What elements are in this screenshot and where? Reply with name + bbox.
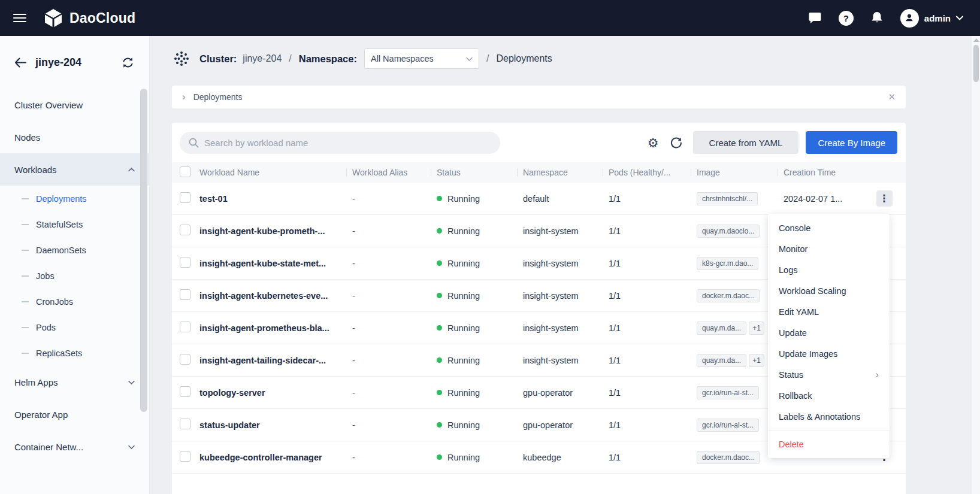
column-creation-time: Creation Time: [778, 168, 863, 177]
page-title: Deployments: [496, 53, 552, 64]
search-input[interactable]: [204, 138, 492, 148]
create-by-image-button[interactable]: Create By Image: [806, 131, 897, 154]
chat-icon[interactable]: [807, 11, 822, 25]
sidebar-item-helm-apps[interactable]: Helm Apps: [0, 366, 149, 398]
create-from-yaml-button[interactable]: Create from YAML: [693, 131, 799, 154]
menu-item-delete[interactable]: Delete: [768, 434, 890, 454]
menu-item-update[interactable]: Update: [768, 322, 890, 343]
row-checkbox[interactable]: [180, 192, 190, 203]
workload-status: Running: [437, 291, 523, 301]
workload-alias: -: [352, 356, 437, 365]
chevron-down-icon: [128, 380, 135, 384]
select-all-checkbox[interactable]: [180, 166, 190, 177]
topbar: DaoCloud ? admin: [0, 0, 980, 36]
menu-item-console[interactable]: Console: [768, 217, 890, 238]
menu-item-workload-scaling[interactable]: Workload Scaling: [768, 280, 890, 301]
cluster-label: Cluster:: [199, 53, 237, 65]
cluster-header: Cluster: jinye-204 / Namespace: All Name…: [150, 36, 980, 81]
status-text: Running: [447, 291, 480, 301]
menu-item-monitor[interactable]: Monitor: [768, 238, 890, 259]
sidebar-item-cluster-overview[interactable]: Cluster Overview: [0, 89, 149, 121]
image-tag: quay.m.da...: [697, 322, 746, 335]
workload-alias: -: [352, 194, 437, 204]
separator: /: [486, 53, 489, 64]
scrollbar-thumb[interactable]: [973, 45, 979, 82]
user-menu[interactable]: admin: [900, 9, 963, 28]
scrollbar-up-arrow[interactable]: [973, 38, 979, 42]
sidebar-item-operator-app[interactable]: Operator App: [0, 398, 149, 431]
sidebar-item-jobs[interactable]: Jobs: [0, 263, 149, 289]
hamburger-menu-icon[interactable]: [13, 14, 26, 22]
workload-pods: 1/1: [609, 323, 697, 333]
row-checkbox[interactable]: [180, 419, 190, 429]
row-checkbox[interactable]: [180, 386, 190, 397]
sidebar-item-daemonsets[interactable]: DaemonSets: [0, 237, 149, 263]
status-dot-icon: [437, 293, 442, 298]
workload-status: Running: [437, 226, 523, 236]
chevron-right-icon[interactable]: ›: [182, 91, 186, 103]
search-box: [180, 132, 500, 154]
chevron-down-icon: [466, 57, 473, 61]
menu-item-update-images[interactable]: Update Images: [768, 343, 890, 364]
switch-cluster-icon[interactable]: [121, 57, 135, 68]
workload-name-link[interactable]: status-updater: [199, 420, 352, 430]
row-checkbox[interactable]: [180, 354, 190, 365]
sidebar-item-deployments[interactable]: Deployments: [0, 186, 149, 211]
workload-pods: 1/1: [609, 356, 697, 365]
row-checkbox[interactable]: [180, 322, 190, 332]
workload-name-link[interactable]: topology-server: [199, 388, 352, 398]
sidebar-item-pods[interactable]: Pods: [0, 314, 149, 340]
workload-namespace: insight-system: [523, 356, 609, 365]
gear-icon[interactable]: ⚙: [648, 137, 659, 149]
workload-name-link[interactable]: kubeedge-controller-manager: [199, 453, 352, 462]
row-actions-kebab-icon[interactable]: ⋮: [876, 190, 893, 207]
workload-alias: -: [352, 323, 437, 333]
row-checkbox[interactable]: [180, 257, 190, 268]
workload-namespace: kubeedge: [523, 453, 609, 462]
workload-image: chrstnhntschl/...: [697, 192, 784, 205]
workload-name-link[interactable]: test-01: [199, 194, 352, 204]
menu-item-labels-annotations[interactable]: Labels & Annotations: [768, 406, 890, 427]
sidebar-item-nodes[interactable]: Nodes: [0, 121, 149, 153]
sidebar-cluster-name: jinye-204: [35, 56, 81, 69]
refresh-icon[interactable]: [670, 137, 682, 149]
sidebar-item-container-network[interactable]: Container Netw...: [0, 431, 149, 463]
menu-item-status[interactable]: Status ›: [768, 364, 890, 385]
workload-name-link[interactable]: insight-agent-tailing-sidecar-...: [199, 356, 352, 365]
workload-pods: 1/1: [609, 226, 697, 236]
row-checkbox[interactable]: [180, 225, 190, 235]
namespace-selected-value: All Namespaces: [371, 54, 434, 63]
sidebar-item-statefulsets[interactable]: StatefulSets: [0, 211, 149, 237]
sidebar-scrollbar[interactable]: [140, 89, 147, 412]
close-icon[interactable]: ✕: [888, 92, 896, 102]
workload-name-link[interactable]: insight-agent-kube-prometh-...: [199, 226, 352, 236]
sidebar-nav: Cluster Overview Nodes Workloads Deploym…: [0, 89, 149, 463]
nav-label: Pods: [36, 323, 56, 332]
row-checkbox[interactable]: [180, 289, 190, 300]
status-text: Running: [447, 259, 480, 268]
nav-label: Deployments: [36, 194, 87, 204]
back-arrow-icon[interactable]: [14, 57, 26, 68]
notifications-bell-icon[interactable]: [870, 11, 884, 25]
workload-name-link[interactable]: insight-agent-kubernetes-eve...: [199, 291, 352, 301]
workload-pods: 1/1: [609, 291, 697, 301]
image-tag: chrstnhntschl/...: [697, 192, 758, 205]
workload-creation-time: 2024-02-07 1...: [784, 194, 863, 204]
status-dot-icon: [437, 422, 442, 428]
row-checkbox[interactable]: [180, 451, 190, 462]
menu-item-logs[interactable]: Logs: [768, 259, 890, 280]
chevron-down-icon: [956, 16, 963, 20]
menu-item-rollback[interactable]: Rollback: [768, 385, 890, 406]
sidebar-item-workloads[interactable]: Workloads: [0, 153, 149, 186]
nav-label: Workloads: [14, 165, 57, 175]
namespace-select[interactable]: All Namespaces: [364, 49, 479, 69]
sidebar-item-cronjobs[interactable]: CronJobs: [0, 289, 149, 314]
sidebar-item-replicasets[interactable]: ReplicaSets: [0, 340, 149, 366]
workload-name-link[interactable]: insight-agent-kube-state-met...: [199, 259, 352, 268]
toolbar: ⚙ Create from YAML Create By Image: [172, 123, 906, 162]
status-dot-icon: [437, 228, 442, 234]
main-scrollbar[interactable]: [971, 36, 980, 494]
menu-item-edit-yaml[interactable]: Edit YAML: [768, 301, 890, 322]
workload-name-link[interactable]: insight-agent-prometheus-bla...: [199, 323, 352, 333]
help-icon[interactable]: ?: [839, 11, 854, 26]
